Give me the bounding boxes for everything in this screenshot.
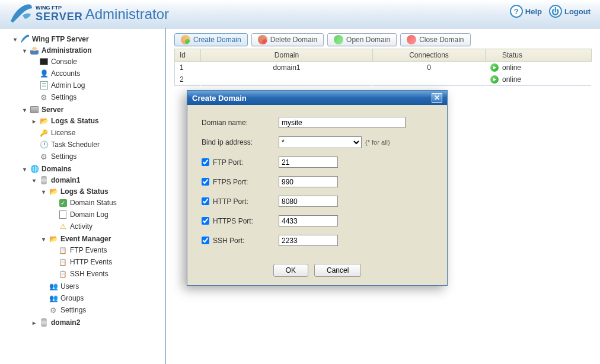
create-domain-dialog: Create Domain ✕ Domian name: Bind ip add… [187,90,448,286]
delete-icon [258,35,267,44]
tree-admin-settings[interactable]: Settings [31,92,165,103]
tree-activity[interactable]: Activity [50,221,165,232]
collapse-icon[interactable]: ▾ [21,166,27,172]
create-domain-button[interactable]: Create Domain [174,33,248,46]
ftp-port-checkbox[interactable] [202,158,209,166]
tree-accounts-label: Accounts [51,69,80,78]
logout-button[interactable]: ⏻ Logout [549,5,591,18]
collapse-icon[interactable]: ▾ [40,189,46,194]
tree-server-logs[interactable]: ▸Logs & Status [31,116,165,126]
tree-ssh-events[interactable]: SSH Events [50,269,165,279]
wing-icon [20,34,30,44]
clock-icon [39,140,49,149]
tree-license[interactable]: License [31,127,165,138]
logout-icon: ⏻ [549,5,562,18]
tree-event-manager[interactable]: ▾Event Manager [40,234,165,244]
http-port-input[interactable] [279,196,338,207]
folder-icon [39,116,49,126]
status-label: online [502,63,521,72]
logo-top-text: WING FTP [36,5,83,11]
cancel-button[interactable]: Cancel [314,264,361,277]
col-domain-header[interactable]: Domain [201,49,373,62]
https-port-input[interactable] [279,215,338,226]
close-domain-button[interactable]: Close Domain [400,33,470,46]
tree-server[interactable]: ▾Server [21,104,165,115]
tree-admin-label: Administration [42,46,92,55]
help-button[interactable]: ? Help [510,5,542,18]
console-icon [39,57,49,66]
tree-server-settings[interactable]: Settings [31,151,165,162]
logout-label: Logout [564,7,591,16]
ftps-port-label: FTPS Port: [213,178,248,186]
tree-administration[interactable]: ▾Administration [21,45,165,56]
https-port-checkbox[interactable] [202,217,209,225]
open-domain-button[interactable]: Open Domain [327,33,397,46]
http-port-label: HTTP Port: [213,197,248,206]
ftps-port-checkbox[interactable] [202,178,209,186]
gear-icon [39,92,49,102]
tree-serversettings-label: Settings [51,152,76,161]
table-row[interactable]: 1 domain1 0 online [175,62,592,74]
col-connections-header[interactable]: Connections [373,49,486,62]
accounts-icon [39,69,49,78]
tree-domain1[interactable]: ▾domain1 [31,175,165,186]
ok-button[interactable]: OK [273,264,308,277]
tree-domains-label: Domains [42,165,72,173]
ftp-port-input[interactable] [279,157,338,168]
status-label: online [502,75,521,84]
open-label: Open Domain [346,36,390,44]
col-status-header[interactable]: Status [486,49,592,62]
collapse-icon[interactable]: ▾ [40,236,46,242]
tree-domain-status[interactable]: Domain Status [50,197,165,208]
tree-d1-settings[interactable]: Settings [40,305,165,315]
header: WING FTP SERVER Administrator ? Help ⏻ L… [0,0,600,28]
tree-accounts[interactable]: Accounts [31,68,165,79]
tree-groups[interactable]: Groups [40,293,165,304]
check-icon [58,198,68,207]
delete-domain-button[interactable]: Delete Domain [251,33,324,46]
tree-server-label: Server [42,106,63,114]
dialog-titlebar[interactable]: Create Domain ✕ [187,91,447,105]
tree-ftp-events[interactable]: FTP Events [50,245,165,256]
tree-http-events[interactable]: HTTP Events [50,257,165,267]
tree-eventmgr-label: Event Manager [60,235,111,243]
collapse-icon[interactable]: ▾ [21,47,27,53]
collapse-icon[interactable]: ▾ [12,36,18,42]
tree-d1settings-label: Settings [60,306,86,314]
expand-icon[interactable]: ▸ [31,320,37,325]
tree-d1-logs[interactable]: ▾Logs & Status [40,186,165,197]
table-row[interactable]: 2 online [175,74,592,86]
tree-console[interactable]: Console [31,56,165,67]
cell-domain: domain1 [201,62,373,74]
create-label: Create Domain [193,36,241,44]
toolbar: Create Domain Delete Domain Open Domain … [174,33,592,46]
tree-d1logs-label: Logs & Status [60,187,108,196]
http-port-checkbox[interactable] [202,197,209,205]
tree-scheduler[interactable]: Task Scheduler [31,139,165,150]
tree-admin-log[interactable]: Admin Log [31,80,165,91]
collapse-icon[interactable]: ▾ [21,107,27,113]
database-icon [39,175,49,185]
key-icon [39,128,49,138]
expand-icon[interactable]: ▸ [31,118,37,124]
dialog-close-button[interactable]: ✕ [432,93,442,103]
ssh-port-checkbox[interactable] [202,237,209,244]
tree-dstatus-label: Domain Status [70,199,117,207]
tree-domain2[interactable]: ▸domain2 [31,317,165,328]
bind-ip-select[interactable]: * [279,136,362,148]
ftp-port-label: FTP Port: [213,158,243,167]
tree-domain-log[interactable]: Domain Log [50,209,165,220]
dialog-body: Domian name: Bind ip address: * (* for a… [187,105,447,285]
tree-users[interactable]: Users [40,281,165,292]
domain-name-input[interactable] [279,117,406,128]
tree-ftpev-label: FTP Events [70,246,107,254]
ssh-port-label: SSH Port: [213,237,244,245]
ftps-port-input[interactable] [279,176,338,187]
col-id-header[interactable]: Id [175,49,201,62]
ssh-port-input[interactable] [279,235,338,246]
collapse-icon[interactable]: ▾ [31,177,37,183]
tree-root[interactable]: ▾Wing FTP Server [12,34,165,44]
event-icon [58,257,68,267]
cell-id: 2 [175,74,201,86]
tree-domains[interactable]: ▾Domains [21,164,165,174]
